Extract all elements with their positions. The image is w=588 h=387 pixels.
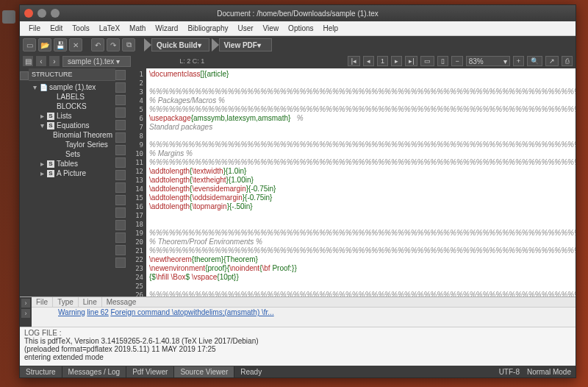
tree-toggle-icon[interactable]: ▤ [23,56,33,66]
palette-icon[interactable] [115,220,126,230]
rail-icon[interactable] [20,71,29,80]
palette-icon[interactable] [115,70,126,80]
col-type: Type [53,297,79,307]
page-indicator[interactable]: 1 [377,56,388,66]
tree-label: BLOCKS [57,102,87,110]
window-maximize-button[interactable] [51,9,60,18]
node-icon [56,151,63,158]
open-file-icon[interactable]: 📂 [38,38,51,52]
palette-icon[interactable] [115,157,126,168]
palette-icon[interactable] [115,95,126,105]
palette-icon[interactable] [115,145,126,155]
file-tab[interactable]: sample (1).tex ▾ [62,56,131,67]
palette-icon[interactable] [115,245,126,255]
menu-options[interactable]: Options [284,23,318,34]
node-icon [56,141,63,149]
statusbar-tab[interactable]: Structure [20,366,62,377]
menu-user[interactable]: User [233,23,257,34]
window-title: Document : /home/ben/Downloads/sample (1… [217,10,379,18]
palette-icon[interactable] [115,258,126,268]
node-icon [50,132,51,139]
tree-item[interactable]: Sets [30,149,114,159]
next-tab-icon[interactable]: › [49,56,60,66]
tree-item[interactable]: ▾SEquations [30,121,114,130]
bottom-panel: › › File Type Line Message Warning line … [20,297,576,366]
prev-tab-icon[interactable]: ‹ [36,56,46,66]
status-encoding: UTF-8 [499,368,520,376]
messages-header: File Type Line Message [32,297,576,308]
page-last-icon[interactable]: ▸| [405,56,417,66]
log-line: (preloaded format=pdflatex 2019.5.11) 11… [24,345,571,353]
tree-item[interactable]: Taylor Series [30,140,114,149]
twisty-icon: ▾ [39,121,45,129]
msg-tab-icon[interactable]: › [21,299,30,308]
palette-icon[interactable] [115,170,126,180]
copy-icon[interactable]: ⧉ [122,38,135,52]
tree-item[interactable]: ▸SA Picture [30,168,114,178]
tree-item[interactable]: ▾📄sample (1).tex [30,82,114,92]
tree-item[interactable]: ▸STables [30,159,114,168]
palette-icon[interactable] [115,120,126,130]
status-mode: Normal Mode [527,368,571,376]
menu-file[interactable]: File [24,23,45,34]
palette-icon[interactable] [115,232,126,243]
statusbar-tab[interactable]: Messages / Log [62,366,127,377]
code-editor[interactable]: \documentclass[]{article} %%%%%%%%%%%%%%… [146,68,576,297]
msg-tab-icon[interactable]: › [21,309,30,318]
zoom-combo[interactable]: 83%▾ [466,56,510,66]
quickbuild-button[interactable]: Quick Build ▾ [144,38,209,52]
menu-latex[interactable]: LaTeX [95,23,124,34]
dock-icon[interactable] [2,10,15,24]
palette-icon[interactable] [115,82,126,93]
zoom-out-icon[interactable]: − [451,56,462,66]
viewpdf-button[interactable]: View PDF ▾ [212,38,272,52]
tree-label: Tables [57,160,78,168]
zoom-value: 83% [469,57,484,65]
menu-bibliography[interactable]: Bibliography [183,23,232,34]
structure-tree[interactable]: ▾📄sample (1).texLABELSBLOCKS▸SLists▾SEqu… [29,81,115,297]
menu-wizard[interactable]: Wizard [151,23,182,34]
external-viewer-icon[interactable]: ↗ [545,56,559,66]
menu-math[interactable]: Math [125,23,150,34]
log-line: This is pdfTeX, Version 3.14159265-2.6-1… [24,337,571,345]
tree-item[interactable]: LABELS [30,92,114,102]
palette-icon[interactable] [115,207,126,218]
print-icon[interactable]: ⎙ [562,56,573,66]
twisty-icon: ▾ [32,83,37,91]
col-line: Line [79,297,102,307]
message-row[interactable]: Warning line 62 Foreign command \atopwit… [32,308,576,317]
close-file-icon[interactable]: ✕ [69,38,82,52]
tree-label: Lists [57,112,72,120]
save-file-icon[interactable]: 💾 [54,38,67,52]
statusbar-tab[interactable]: Pdf Viewer [126,366,174,377]
window-close-button[interactable] [24,9,33,18]
titlebar[interactable]: Document : /home/ben/Downloads/sample (1… [20,5,576,21]
menubar: FileEditToolsLaTeXMathWizardBibliography… [20,21,576,36]
menu-tools[interactable]: Tools [68,23,93,34]
section-icon: S [47,170,54,177]
tree-label: Equations [57,121,89,129]
page-next-icon[interactable]: ▸ [391,56,402,66]
statusbar-tab[interactable]: Source Viewer [174,366,234,377]
page-first-icon[interactable]: |◂ [348,56,360,66]
menu-view[interactable]: View [259,23,284,34]
palette-icon[interactable] [115,132,126,143]
menu-help[interactable]: Help [319,23,343,34]
redo-icon[interactable]: ↷ [107,38,120,52]
palette-icon[interactable] [115,107,126,118]
fit-page-icon[interactable]: ▯ [437,56,448,66]
tree-item[interactable]: BLOCKS [30,102,114,111]
new-file-icon[interactable]: ▭ [23,38,36,52]
fit-width-icon[interactable]: ▭ [420,56,434,66]
page-prev-icon[interactable]: ◂ [363,56,374,66]
window-minimize-button[interactable] [37,9,46,18]
zoom-in-icon[interactable]: + [513,56,524,66]
find-icon[interactable]: 🔍 [527,56,542,66]
tree-item[interactable]: Binomial Theorem [30,130,114,140]
menu-edit[interactable]: Edit [46,23,67,34]
undo-icon[interactable]: ↶ [91,38,104,52]
palette-icon[interactable] [115,195,126,205]
tree-item[interactable]: ▸SLists [30,111,114,121]
tree-label: A Picture [57,169,86,177]
palette-icon[interactable] [115,182,126,193]
